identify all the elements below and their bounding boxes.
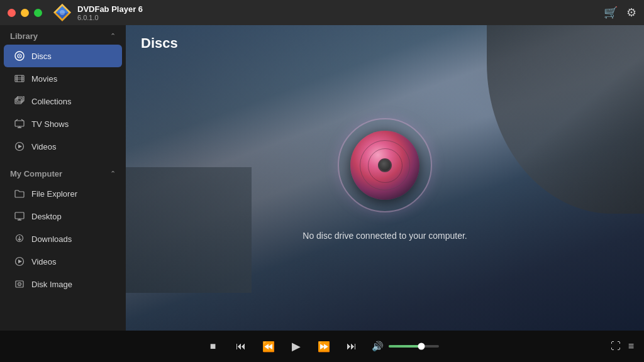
- movies-icon: [14, 73, 25, 84]
- disk-image-label: Disk Image: [31, 280, 72, 289]
- sidebar-item-discs[interactable]: Discs: [4, 45, 122, 67]
- disc-inner-ring-2: [368, 148, 402, 183]
- volume-icon: 🔊: [372, 341, 384, 352]
- title-bar: DVDFab Player 6 6.0.1.0 🛒 ⚙: [0, 0, 644, 25]
- bottom-right-icons: ⛶ ≡: [611, 341, 634, 352]
- close-button[interactable]: [8, 9, 16, 17]
- list-view-button[interactable]: ≡: [628, 341, 634, 352]
- app-version: 6.0.1.0: [77, 14, 143, 21]
- videos-comp-label: Videos: [31, 257, 57, 266]
- svg-rect-16: [15, 121, 24, 126]
- my-computer-chevron-icon[interactable]: ⌃: [110, 170, 116, 178]
- svg-point-4: [60, 10, 65, 15]
- fullscreen-button[interactable]: ⛶: [611, 341, 621, 352]
- svg-marker-22: [18, 145, 22, 148]
- content-header: Discs: [126, 25, 644, 57]
- play-button[interactable]: ▶: [289, 339, 304, 354]
- next-button[interactable]: ⏭: [344, 339, 359, 354]
- traffic-lights: [8, 9, 42, 17]
- sidebar-item-videos-lib[interactable]: Videos: [4, 135, 122, 158]
- file-explorer-label: File Explorer: [31, 189, 77, 199]
- volume-area: 🔊: [372, 341, 439, 352]
- sidebar: Library ⌃ Discs: [0, 25, 126, 331]
- maximize-button[interactable]: [34, 9, 42, 17]
- discs-icon: [14, 50, 25, 62]
- title-bar-actions: 🛒 ⚙: [604, 6, 636, 19]
- svg-rect-23: [15, 212, 24, 219]
- downloads-icon: [14, 233, 25, 244]
- svg-rect-12: [15, 79, 24, 80]
- sidebar-item-desktop[interactable]: Desktop: [4, 205, 122, 228]
- disc-visual: [335, 115, 435, 216]
- sidebar-item-videos-comp[interactable]: Videos: [4, 250, 122, 273]
- minimize-button[interactable]: [21, 9, 29, 17]
- main-layout: Library ⌃ Discs: [0, 25, 644, 331]
- page-title: Discs: [141, 35, 178, 51]
- disc-message: No disc drive connected to your computer…: [303, 231, 467, 241]
- volume-thumb[interactable]: [418, 343, 425, 350]
- collections-icon: [14, 96, 25, 107]
- tv-shows-icon: [14, 118, 25, 129]
- volume-slider[interactable]: [389, 345, 439, 348]
- sidebar-item-tv-shows[interactable]: TV Shows: [4, 112, 122, 135]
- disk-image-icon: [14, 278, 25, 290]
- sidebar-item-disk-image[interactable]: Disk Image: [4, 273, 122, 295]
- svg-rect-10: [21, 75, 23, 82]
- settings-icon[interactable]: ⚙: [626, 6, 636, 19]
- stop-button[interactable]: ■: [206, 339, 221, 354]
- sidebar-item-collections[interactable]: Collections: [4, 90, 122, 112]
- library-chevron-icon[interactable]: ⌃: [110, 32, 116, 40]
- sidebar-item-movies[interactable]: Movies: [4, 67, 122, 90]
- svg-point-7: [19, 55, 20, 57]
- app-name-version: DVDFab Player 6 6.0.1.0: [77, 4, 143, 21]
- disc-area: No disc drive connected to your computer…: [126, 25, 644, 331]
- videos-lib-label: Videos: [31, 142, 57, 151]
- library-section-title: Library: [10, 31, 38, 41]
- videos-comp-icon: [14, 256, 25, 267]
- collections-label: Collections: [31, 97, 72, 106]
- svg-marker-29: [18, 260, 22, 263]
- app-name: DVDFab Player 6: [77, 4, 143, 14]
- disc-body: [350, 131, 419, 200]
- desktop-icon: [14, 211, 25, 222]
- movies-label: Movies: [31, 74, 57, 84]
- playback-controls: ■ ⏮ ⏪ ▶ ⏩ ⏭: [206, 339, 359, 354]
- volume-fill: [389, 345, 421, 348]
- prev-button[interactable]: ⏮: [233, 339, 248, 354]
- tv-shows-label: TV Shows: [31, 119, 69, 129]
- sidebar-item-downloads[interactable]: Downloads: [4, 228, 122, 250]
- desktop-label: Desktop: [31, 212, 62, 221]
- my-computer-section-title: My Computer: [10, 169, 62, 178]
- app-logo-area: DVDFab Player 6 6.0.1.0: [52, 3, 143, 23]
- my-computer-section-header: My Computer ⌃: [0, 163, 126, 182]
- cart-icon[interactable]: 🛒: [604, 6, 618, 19]
- svg-rect-9: [16, 75, 18, 82]
- discs-label: Discs: [31, 52, 52, 61]
- svg-point-32: [19, 283, 20, 285]
- bottom-bar: ■ ⏮ ⏪ ▶ ⏩ ⏭ 🔊 ⛶ ≡: [0, 331, 644, 362]
- content-area: Discs No disc drive connected to your co…: [126, 25, 644, 331]
- library-section-header: Library ⌃: [0, 25, 126, 45]
- fastforward-button[interactable]: ⏩: [316, 339, 331, 354]
- downloads-label: Downloads: [31, 234, 72, 244]
- svg-rect-11: [15, 77, 24, 79]
- app-logo-icon: [52, 3, 72, 23]
- rewind-button[interactable]: ⏪: [261, 339, 276, 354]
- sidebar-item-file-explorer[interactable]: File Explorer: [4, 182, 122, 205]
- videos-lib-icon: [14, 141, 25, 152]
- file-explorer-icon: [14, 188, 25, 199]
